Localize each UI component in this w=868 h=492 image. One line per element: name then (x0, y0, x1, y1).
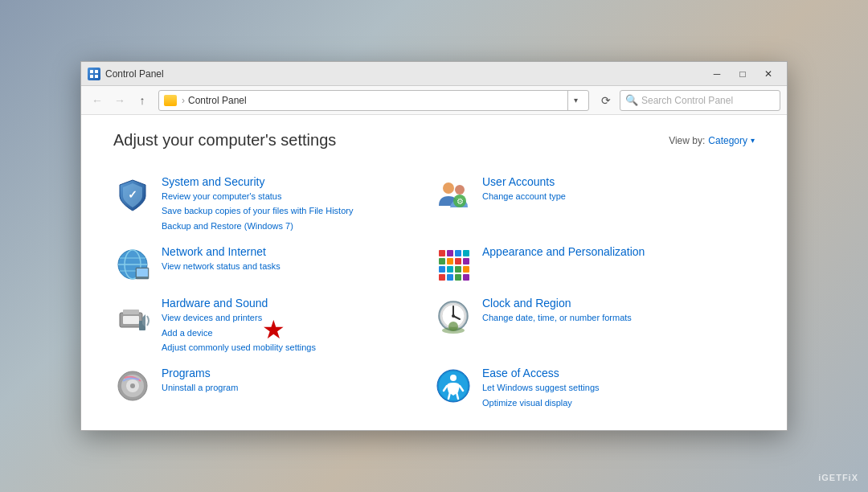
content-header: Adjust your computer's settings View by:… (113, 131, 755, 150)
svg-point-5 (443, 182, 454, 194)
ease-access-icon (434, 367, 473, 405)
programs-icon (113, 367, 152, 405)
network-internet-link-1[interactable]: View network status and tasks (162, 260, 280, 273)
hardware-sound-link-2[interactable]: Add a device (162, 327, 316, 339)
view-by-control: View by: Category ▾ (669, 135, 755, 146)
address-bar[interactable]: › Control Panel ▾ (158, 90, 589, 111)
system-security-link-3[interactable]: Backup and Restore (Windows 7) (162, 220, 353, 232)
category-item-system-security: ✓ System and Security Review your comput… (113, 169, 434, 239)
hardware-sound-link-1[interactable]: View devices and printers (162, 312, 316, 324)
ease-access-link-2[interactable]: Optimize visual display (482, 397, 600, 409)
system-security-icon: ✓ (113, 175, 152, 214)
up-button[interactable]: ↑ (133, 91, 152, 110)
programs-link-1[interactable]: Uninstall a program (162, 382, 238, 394)
network-internet-icon (113, 245, 152, 284)
search-placeholder: Search Control Panel (641, 95, 733, 106)
minimize-button[interactable]: ─ (705, 66, 729, 82)
window-controls: ─ □ ✕ (705, 66, 780, 82)
refresh-button[interactable]: ⟳ (596, 90, 616, 111)
system-security-link-2[interactable]: Save backup copies of your files with Fi… (162, 205, 353, 217)
svg-rect-33 (123, 316, 139, 324)
svg-rect-34 (123, 310, 139, 314)
hardware-sound-link-3[interactable]: Adjust commonly used mobility settings (162, 342, 316, 354)
category-item-ease-access: Ease of Access Let Windows suggest setti… (434, 360, 755, 416)
category-item-user-accounts: ⚙ User Accounts Change account type (434, 169, 755, 239)
svg-rect-27 (463, 266, 469, 273)
category-item-network-internet: Network and Internet View network status… (113, 239, 434, 290)
search-icon: 🔍 (625, 94, 638, 106)
svg-rect-22 (455, 258, 461, 264)
svg-rect-3 (95, 75, 98, 78)
category-item-clock-region: Clock and Region Change date, time, or n… (434, 290, 755, 360)
clock-region-text: Clock and Region Change date, time, or n… (482, 297, 632, 324)
user-accounts-text: User Accounts Change account type (482, 175, 566, 203)
page-title: Adjust your computer's settings (113, 131, 336, 150)
svg-rect-2 (90, 75, 93, 78)
ease-access-link-1[interactable]: Let Windows suggest settings (482, 382, 600, 394)
svg-rect-21 (447, 258, 453, 264)
control-panel-window: Control Panel ─ □ ✕ ← → ↑ › Control Pane… (80, 61, 788, 431)
category-item-programs: Programs Uninstall a program (113, 360, 434, 416)
system-security-title[interactable]: System and Security (162, 175, 353, 188)
hardware-sound-text: Hardware and Sound View devices and prin… (162, 297, 316, 354)
categories-grid: ✓ System and Security Review your comput… (113, 169, 755, 416)
svg-point-48 (130, 383, 135, 388)
svg-text:✓: ✓ (128, 188, 137, 201)
restore-button[interactable]: □ (731, 66, 755, 82)
clock-region-link-1[interactable]: Change date, time, or number formats (482, 312, 632, 324)
svg-rect-0 (90, 70, 93, 73)
svg-rect-20 (439, 258, 445, 264)
user-accounts-link-1[interactable]: Change account type (482, 191, 566, 203)
clock-region-icon (434, 297, 473, 335)
svg-rect-30 (455, 274, 461, 281)
user-accounts-title[interactable]: User Accounts (482, 175, 566, 188)
view-by-chevron-icon[interactable]: ▾ (751, 136, 755, 145)
ease-access-title[interactable]: Ease of Access (482, 367, 600, 379)
svg-point-42 (452, 314, 455, 318)
forward-button[interactable]: → (110, 91, 129, 110)
network-internet-text: Network and Internet View network status… (162, 245, 280, 273)
content-area: Adjust your computer's settings View by:… (81, 115, 787, 430)
view-by-value[interactable]: Category (708, 135, 747, 146)
appearance-text: Appearance and Personalization (482, 245, 645, 258)
svg-rect-18 (455, 250, 461, 256)
ease-access-text: Ease of Access Let Windows suggest setti… (482, 367, 600, 409)
address-breadcrumb: › Control Panel (164, 95, 567, 106)
close-button[interactable]: ✕ (756, 66, 780, 82)
clock-region-title[interactable]: Clock and Region (482, 297, 632, 310)
address-text: Control Panel (188, 95, 247, 106)
watermark: iGETFiX (818, 473, 858, 482)
title-bar: Control Panel ─ □ ✕ (81, 62, 787, 86)
svg-rect-23 (463, 258, 469, 264)
svg-rect-25 (447, 266, 453, 273)
svg-point-44 (448, 322, 458, 331)
programs-text: Programs Uninstall a program (162, 367, 238, 394)
title-bar-left: Control Panel (88, 68, 164, 80)
back-button[interactable]: ← (88, 91, 107, 110)
user-accounts-icon: ⚙ (434, 175, 473, 214)
programs-title[interactable]: Programs (162, 367, 238, 379)
categories-wrapper: ✓ System and Security Review your comput… (113, 169, 755, 416)
svg-text:⚙: ⚙ (457, 197, 464, 206)
svg-rect-1 (95, 70, 98, 73)
system-security-link-1[interactable]: Review your computer's status (162, 191, 353, 203)
svg-rect-17 (447, 250, 453, 256)
hardware-sound-title[interactable]: Hardware and Sound (162, 297, 316, 310)
appearance-title[interactable]: Appearance and Personalization (482, 245, 645, 258)
view-by-label: View by: (669, 135, 705, 146)
network-internet-title[interactable]: Network and Internet (162, 245, 280, 258)
system-security-text: System and Security Review your computer… (162, 175, 353, 232)
address-dropdown-button[interactable]: ▾ (567, 90, 583, 111)
appearance-icon (434, 245, 473, 284)
category-item-hardware-sound: Hardware and Sound View devices and prin… (113, 290, 434, 360)
breadcrumb-separator: › (182, 95, 185, 106)
svg-rect-28 (439, 274, 445, 281)
navigation-bar: ← → ↑ › Control Panel ▾ ⟳ 🔍 Search Contr… (81, 86, 787, 115)
svg-point-6 (455, 185, 465, 195)
hardware-sound-icon (113, 297, 152, 335)
svg-rect-29 (447, 274, 453, 281)
svg-rect-19 (463, 250, 469, 256)
svg-rect-15 (137, 269, 148, 277)
window-title: Control Panel (105, 68, 164, 80)
search-box[interactable]: 🔍 Search Control Panel (620, 90, 780, 111)
